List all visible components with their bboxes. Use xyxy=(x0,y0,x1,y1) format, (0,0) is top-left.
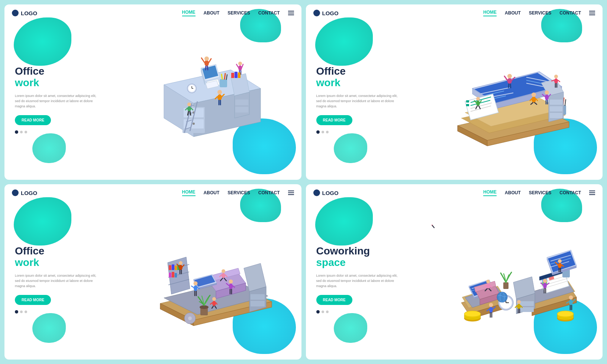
card-4: LOGO HOME ABOUT SERVICES CONTACT Coworki… xyxy=(306,184,603,360)
svg-rect-130 xyxy=(172,264,174,270)
nav-about-4[interactable]: ABOUT xyxy=(505,190,521,195)
card-3: LOGO HOME ABOUT SERVICES CONTACT Office … xyxy=(4,184,301,360)
svg-point-43 xyxy=(187,106,191,111)
svg-rect-135 xyxy=(175,273,177,277)
logo-text-2: LOGO xyxy=(322,10,339,16)
title-line2-2: work xyxy=(316,77,398,89)
svg-line-36 xyxy=(207,66,208,70)
svg-rect-134 xyxy=(172,272,174,277)
nav-contact-3[interactable]: CONTACT xyxy=(258,190,280,195)
title-line1-3: Office xyxy=(15,246,97,257)
svg-point-157 xyxy=(222,273,225,278)
nav-links-2: HOME ABOUT SERVICES CONTACT xyxy=(483,10,595,16)
hamburger-4[interactable] xyxy=(589,191,595,195)
desc-1: Lorem ipsum dolor sit amet, consectetur … xyxy=(15,93,97,109)
svg-rect-88 xyxy=(550,100,562,105)
nav-about-3[interactable]: ABOUT xyxy=(204,190,220,195)
read-more-btn-2[interactable]: READ MORE xyxy=(316,115,352,125)
nav-about-1[interactable]: ABOUT xyxy=(204,10,220,16)
card-2: LOGO HOME ABOUT SERVICES CONTACT Office … xyxy=(306,4,603,180)
svg-point-268 xyxy=(569,295,573,299)
svg-point-31 xyxy=(204,60,209,66)
nav-links-4: HOME ABOUT SERVICES CONTACT xyxy=(483,189,595,196)
dot-2-3 xyxy=(20,311,23,313)
title-line1-2: Office xyxy=(316,66,398,77)
hamburger-1[interactable] xyxy=(288,11,294,15)
svg-rect-8 xyxy=(235,100,248,105)
logo-dot-2 xyxy=(313,10,320,16)
svg-point-148 xyxy=(200,305,209,309)
title-line1-4: Coworking xyxy=(316,246,398,257)
svg-rect-89 xyxy=(550,106,562,111)
svg-point-237 xyxy=(558,263,562,268)
dot-active-1 xyxy=(15,130,18,134)
hamburger-2[interactable] xyxy=(589,11,595,15)
svg-point-243 xyxy=(543,283,547,289)
svg-point-91 xyxy=(507,78,512,84)
nav-services-4[interactable]: SERVICES xyxy=(529,190,551,195)
svg-point-249 xyxy=(486,283,490,289)
hamburger-3[interactable] xyxy=(288,191,294,195)
nav-contact-2[interactable]: CONTACT xyxy=(559,10,581,16)
desk-svg xyxy=(134,48,275,152)
logo-4: LOGO xyxy=(313,189,339,196)
svg-rect-138 xyxy=(251,294,265,300)
desc-4: Lorem ipsum dolor sit amet, consectetur … xyxy=(316,273,398,289)
logo-dot-4 xyxy=(313,189,320,196)
logo-text-4: LOGO xyxy=(322,190,339,196)
read-more-btn-4[interactable]: READ MORE xyxy=(316,295,352,305)
nav-1: LOGO HOME ABOUT SERVICES CONTACT xyxy=(4,4,301,22)
svg-point-175 xyxy=(194,285,197,291)
nav-home-1[interactable]: HOME xyxy=(182,10,196,16)
nav-services-1[interactable]: SERVICES xyxy=(227,10,250,16)
read-more-btn-3[interactable]: READ MORE xyxy=(15,295,51,305)
nav-home-3[interactable]: HOME xyxy=(182,189,196,196)
dot-active-3 xyxy=(15,310,18,313)
nav-services-2[interactable]: SERVICES xyxy=(529,10,551,16)
dot-3-2 xyxy=(326,131,329,133)
title-line2-4: space xyxy=(316,257,398,269)
content-left-2: Office work Lorem ipsum dolor sit amet, … xyxy=(316,66,398,134)
svg-point-152 xyxy=(179,261,183,265)
svg-point-229 xyxy=(464,311,481,317)
svg-point-170 xyxy=(212,297,216,301)
nav-home-4[interactable]: HOME xyxy=(483,189,497,196)
content-left-1: Office work Lorem ipsum dolor sit amet, … xyxy=(15,66,97,134)
svg-rect-55 xyxy=(231,73,234,78)
svg-point-267 xyxy=(569,299,573,305)
logo-3: LOGO xyxy=(12,189,37,196)
svg-line-266 xyxy=(432,225,434,228)
nav-links-3: HOME ABOUT SERVICES CONTACT xyxy=(182,189,294,196)
svg-point-44 xyxy=(187,103,191,106)
logo-dot-1 xyxy=(12,10,19,16)
read-more-btn-1[interactable]: READ MORE xyxy=(15,115,51,125)
illustration-1 xyxy=(108,19,301,180)
svg-rect-131 xyxy=(175,266,177,270)
svg-line-118 xyxy=(558,80,560,82)
dot-2-2 xyxy=(322,131,324,133)
illustration-2 xyxy=(410,19,603,180)
svg-line-34 xyxy=(209,59,211,62)
svg-line-26 xyxy=(222,74,222,79)
dots-3 xyxy=(15,310,97,313)
nav-home-2[interactable]: HOME xyxy=(483,10,497,16)
nav-about-2[interactable]: ABOUT xyxy=(505,10,521,16)
svg-line-177 xyxy=(191,286,194,287)
nav-services-3[interactable]: SERVICES xyxy=(227,190,250,195)
svg-rect-90 xyxy=(550,113,562,118)
dot-active-2 xyxy=(316,130,320,134)
nav-contact-4[interactable]: CONTACT xyxy=(559,190,581,195)
svg-point-97 xyxy=(532,97,536,103)
svg-point-250 xyxy=(486,280,490,283)
dot-active-4 xyxy=(316,310,320,313)
svg-point-92 xyxy=(507,74,512,78)
svg-point-103 xyxy=(545,94,549,100)
coworking-svg xyxy=(432,225,580,334)
svg-line-96 xyxy=(510,84,511,88)
svg-point-164 xyxy=(229,280,233,284)
svg-point-110 xyxy=(476,97,480,101)
svg-point-37 xyxy=(238,65,242,71)
nav-contact-1[interactable]: CONTACT xyxy=(258,10,280,16)
svg-point-238 xyxy=(558,259,562,263)
dot-3-1 xyxy=(25,131,27,133)
